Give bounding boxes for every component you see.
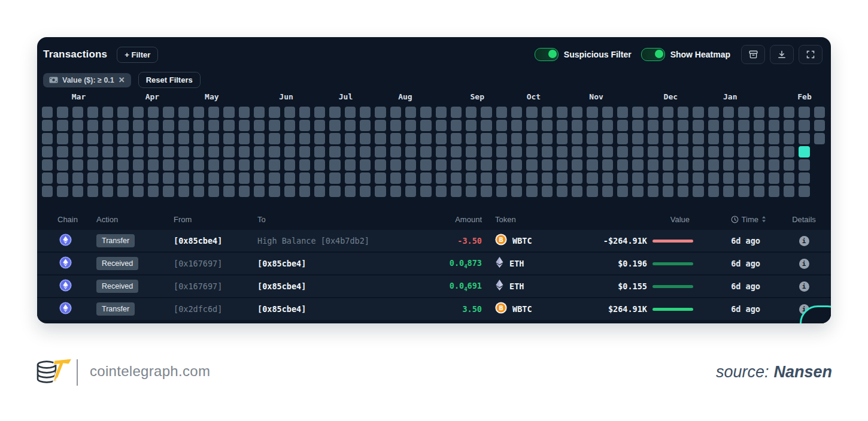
heatmap-cell[interactable] bbox=[436, 186, 447, 197]
heatmap-cell[interactable] bbox=[299, 172, 310, 184]
heatmap-cell[interactable] bbox=[678, 186, 688, 197]
heatmap-cell[interactable] bbox=[284, 133, 295, 144]
heatmap-cell[interactable] bbox=[420, 120, 431, 131]
heatmap-cell[interactable] bbox=[723, 172, 734, 184]
heatmap-cell[interactable] bbox=[329, 159, 340, 171]
heatmap-cell[interactable] bbox=[632, 146, 643, 158]
heatmap-cell[interactable] bbox=[42, 146, 53, 158]
heatmap-cell[interactable] bbox=[420, 146, 431, 158]
heatmap-cell[interactable] bbox=[223, 146, 234, 158]
heatmap-cell[interactable] bbox=[193, 172, 204, 184]
reset-filters-button[interactable]: Reset Filters bbox=[138, 72, 201, 88]
heatmap-cell[interactable] bbox=[814, 120, 825, 131]
heatmap-cell[interactable] bbox=[678, 172, 688, 184]
heatmap-cell[interactable] bbox=[390, 146, 401, 158]
heatmap-cell[interactable] bbox=[602, 186, 613, 197]
heatmap-cell[interactable] bbox=[526, 172, 537, 184]
heatmap-cell[interactable] bbox=[496, 146, 507, 158]
heatmap-cell[interactable] bbox=[102, 107, 113, 118]
heatmap-cell[interactable] bbox=[117, 146, 128, 158]
heatmap-cell[interactable] bbox=[239, 107, 250, 118]
heatmap-cell[interactable] bbox=[648, 172, 658, 184]
heatmap-cell[interactable] bbox=[617, 186, 628, 197]
heatmap-cell[interactable] bbox=[193, 133, 204, 144]
heatmap-cell[interactable] bbox=[693, 159, 703, 171]
heatmap-cell[interactable] bbox=[405, 172, 416, 184]
heatmap-cell[interactable] bbox=[451, 159, 462, 171]
heatmap-cell[interactable] bbox=[602, 159, 613, 171]
heatmap-cell[interactable] bbox=[784, 120, 794, 131]
heatmap-cell[interactable] bbox=[451, 107, 462, 118]
heatmap-cell[interactable] bbox=[420, 159, 431, 171]
heatmap-cell[interactable] bbox=[163, 146, 174, 158]
heatmap-cell[interactable] bbox=[420, 172, 431, 184]
value-filter-chip[interactable]: Value ($): ≥ 0.1 ✕ bbox=[43, 73, 131, 87]
heatmap-cell[interactable] bbox=[526, 133, 537, 144]
heatmap-cell[interactable] bbox=[602, 120, 613, 131]
heatmap-cell[interactable] bbox=[133, 120, 144, 131]
heatmap-cell[interactable] bbox=[799, 107, 809, 118]
heatmap-cell[interactable] bbox=[542, 186, 553, 197]
heatmap-cell[interactable] bbox=[42, 159, 53, 171]
heatmap-cell[interactable] bbox=[436, 146, 447, 158]
heatmap-cell[interactable] bbox=[496, 159, 507, 171]
heatmap-cell[interactable] bbox=[239, 120, 250, 131]
heatmap-cell[interactable] bbox=[117, 159, 128, 171]
to-address-link[interactable]: [0x85cbe4] bbox=[253, 304, 306, 314]
heatmap-cell[interactable] bbox=[178, 186, 189, 197]
heatmap-cell[interactable] bbox=[436, 120, 447, 131]
col-header-time-sort[interactable]: Time bbox=[711, 215, 783, 224]
heatmap-cell[interactable] bbox=[314, 133, 325, 144]
heatmap-cell[interactable] bbox=[87, 120, 98, 131]
heatmap-cell[interactable] bbox=[769, 107, 779, 118]
archive-button[interactable] bbox=[741, 45, 765, 64]
heatmap-cell[interactable] bbox=[617, 120, 628, 131]
heatmap-cell[interactable] bbox=[708, 146, 719, 158]
heatmap-cell[interactable] bbox=[329, 107, 340, 118]
heatmap-cell[interactable] bbox=[72, 146, 83, 158]
heatmap-cell[interactable] bbox=[632, 172, 643, 184]
heatmap-cell[interactable] bbox=[314, 172, 325, 184]
heatmap-cell[interactable] bbox=[587, 146, 597, 158]
heatmap-cell[interactable] bbox=[390, 186, 401, 197]
heatmap-cell[interactable] bbox=[239, 172, 250, 184]
heatmap-cell[interactable] bbox=[117, 172, 128, 184]
heatmap-cell[interactable] bbox=[148, 120, 159, 131]
heatmap-cell[interactable] bbox=[572, 172, 582, 184]
heatmap-cell[interactable] bbox=[72, 172, 83, 184]
heatmap-cell[interactable] bbox=[511, 133, 522, 144]
heatmap-cell[interactable] bbox=[345, 120, 356, 131]
heatmap-cell[interactable] bbox=[102, 133, 113, 144]
heatmap-cell[interactable] bbox=[405, 159, 416, 171]
heatmap-cell[interactable] bbox=[72, 159, 83, 171]
to-address-link[interactable]: [0x85cbe4] bbox=[253, 259, 306, 268]
heatmap-cell[interactable] bbox=[254, 146, 265, 158]
heatmap-cell[interactable] bbox=[511, 120, 522, 131]
heatmap-cell[interactable] bbox=[345, 133, 356, 144]
heatmap-cell[interactable] bbox=[542, 107, 553, 118]
heatmap-cell[interactable] bbox=[557, 120, 567, 131]
heatmap-cell[interactable] bbox=[390, 133, 401, 144]
heatmap-cell[interactable] bbox=[693, 186, 703, 197]
heatmap-cell[interactable] bbox=[193, 186, 204, 197]
heatmap-cell[interactable] bbox=[299, 186, 310, 197]
heatmap-cell[interactable] bbox=[496, 120, 507, 131]
heatmap-cell[interactable] bbox=[87, 107, 98, 118]
heatmap-cell[interactable] bbox=[511, 107, 522, 118]
heatmap-cell[interactable] bbox=[375, 172, 386, 184]
heatmap-cell[interactable] bbox=[678, 146, 688, 158]
heatmap-cell[interactable] bbox=[557, 133, 567, 144]
heatmap-cell[interactable] bbox=[769, 146, 779, 158]
heatmap-cell[interactable] bbox=[451, 133, 462, 144]
heatmap-cell[interactable] bbox=[178, 120, 189, 131]
heatmap-cell[interactable] bbox=[436, 172, 447, 184]
heatmap-cell[interactable] bbox=[784, 172, 794, 184]
heatmap-cell[interactable] bbox=[360, 120, 371, 131]
heatmap-cell[interactable] bbox=[133, 186, 144, 197]
heatmap-cell[interactable] bbox=[723, 107, 734, 118]
heatmap-cell[interactable] bbox=[526, 120, 537, 131]
heatmap-cell[interactable] bbox=[269, 172, 280, 184]
heatmap-cell[interactable] bbox=[420, 107, 431, 118]
heatmap-cell[interactable] bbox=[693, 107, 703, 118]
heatmap-cell[interactable] bbox=[148, 107, 159, 118]
